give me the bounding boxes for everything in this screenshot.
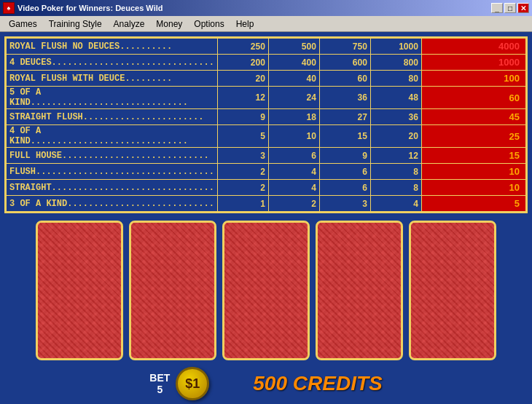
- pay-value-1-3: 800: [370, 55, 421, 71]
- card-5[interactable]: [409, 221, 496, 360]
- menu-analyze[interactable]: Analyze: [108, 17, 151, 31]
- pay-value-7-1: 4: [268, 164, 319, 180]
- app-icon: ♠: [3, 2, 15, 14]
- menu-options[interactable]: Options: [188, 17, 230, 31]
- menu-help[interactable]: Help: [230, 17, 260, 31]
- pay-value-6-3: 12: [370, 148, 421, 164]
- hand-name-6: FULL HOUSE............................: [7, 148, 218, 164]
- hand-name-7: FLUSH..................................: [7, 164, 218, 180]
- bet-container: BET 5: [149, 372, 170, 395]
- pay-highlight-2: 100: [421, 71, 525, 87]
- pay-value-5-2: 15: [319, 125, 370, 148]
- pay-value-5-0: 5: [217, 125, 268, 148]
- pay-value-9-2: 3: [319, 196, 370, 212]
- game-area: ROYAL FLUSH NO DEUCES..........250500750…: [0, 32, 532, 404]
- pay-value-9-1: 2: [268, 196, 319, 212]
- card-3-pattern: [224, 223, 308, 358]
- bottom-bar: BET 5 $1 500 CREDITS: [4, 368, 528, 400]
- pay-highlight-5: 25: [421, 125, 525, 148]
- title-bar: ♠ Video Poker for Winners: Deuces Wild _…: [0, 0, 532, 16]
- pay-highlight-7: 10: [421, 164, 525, 180]
- pay-value-3-3: 48: [370, 87, 421, 109]
- menu-games[interactable]: Games: [3, 17, 43, 31]
- pay-value-8-3: 8: [370, 180, 421, 196]
- pay-value-9-3: 4: [370, 196, 421, 212]
- card-2-pattern: [131, 223, 214, 358]
- pay-highlight-4: 45: [421, 109, 525, 125]
- hand-name-0: ROYAL FLUSH NO DEUCES..........: [7, 39, 218, 55]
- card-1[interactable]: [36, 221, 123, 360]
- pay-value-7-2: 6: [319, 164, 370, 180]
- card-4[interactable]: [316, 221, 403, 360]
- minimize-button[interactable]: _: [491, 3, 503, 13]
- card-5-pattern: [411, 223, 494, 358]
- pay-value-4-3: 36: [370, 109, 421, 125]
- maximize-button[interactable]: □: [504, 3, 516, 13]
- pay-value-5-1: 10: [268, 125, 319, 148]
- pay-value-8-0: 2: [217, 180, 268, 196]
- pay-value-2-3: 80: [370, 71, 421, 87]
- pay-value-0-0: 250: [217, 39, 268, 55]
- card-4-pattern: [318, 223, 401, 358]
- card-2[interactable]: [129, 221, 216, 360]
- pay-value-2-1: 40: [268, 71, 319, 87]
- hand-name-3: 5 OF A KIND.............................…: [7, 87, 218, 109]
- pay-value-8-1: 4: [268, 180, 319, 196]
- dollar-button[interactable]: $1: [176, 367, 209, 400]
- hand-name-9: 3 OF A KIND............................: [7, 196, 218, 212]
- pay-value-9-0: 1: [217, 196, 268, 212]
- pay-value-6-2: 9: [319, 148, 370, 164]
- pay-value-4-2: 27: [319, 109, 370, 125]
- close-button[interactable]: ✕: [517, 3, 529, 13]
- card-1-pattern: [38, 223, 121, 358]
- pay-value-5-3: 20: [370, 125, 421, 148]
- cards-area: [4, 218, 528, 363]
- pay-value-0-1: 500: [268, 39, 319, 55]
- pay-value-2-0: 20: [217, 71, 268, 87]
- pay-highlight-8: 10: [421, 180, 525, 196]
- pay-table: ROYAL FLUSH NO DEUCES..........250500750…: [4, 36, 528, 213]
- pay-value-6-0: 3: [217, 148, 268, 164]
- hand-name-4: STRAIGHT FLUSH.......................: [7, 109, 218, 125]
- menu-training-style[interactable]: Training Style: [43, 17, 108, 31]
- pay-highlight-6: 15: [421, 148, 525, 164]
- pay-value-3-0: 12: [217, 87, 268, 109]
- pay-highlight-3: 60: [421, 87, 525, 109]
- pay-value-6-1: 6: [268, 148, 319, 164]
- hand-name-2: ROYAL FLUSH WITH DEUCE.........: [7, 71, 218, 87]
- pay-value-7-0: 2: [217, 164, 268, 180]
- pay-highlight-1: 1000: [421, 55, 525, 71]
- pay-value-4-0: 9: [217, 109, 268, 125]
- window-controls: _ □ ✕: [491, 3, 529, 13]
- pay-value-3-1: 24: [268, 87, 319, 109]
- menu-bar: Games Training Style Analyze Money Optio…: [0, 16, 532, 32]
- pay-value-1-2: 600: [319, 55, 370, 71]
- bet-label: BET: [149, 372, 170, 384]
- pay-value-2-2: 60: [319, 71, 370, 87]
- hand-name-1: 4 DEUCES...............................: [7, 55, 218, 71]
- card-3[interactable]: [222, 221, 310, 360]
- pay-value-7-3: 8: [370, 164, 421, 180]
- credits-label: 500 CREDITS: [253, 372, 382, 395]
- pay-value-4-1: 18: [268, 109, 319, 125]
- pay-value-3-2: 36: [319, 87, 370, 109]
- menu-money[interactable]: Money: [150, 17, 188, 31]
- pay-highlight-0: 4000: [421, 39, 525, 55]
- hand-name-8: STRAIGHT...............................: [7, 180, 218, 196]
- hand-name-5: 4 OF A KIND.............................…: [7, 125, 218, 148]
- title-text: Video Poker for Winners: Deuces Wild: [17, 4, 163, 12]
- pay-value-8-2: 6: [319, 180, 370, 196]
- pay-value-0-2: 750: [319, 39, 370, 55]
- pay-highlight-9: 5: [421, 196, 525, 212]
- pay-value-1-1: 400: [268, 55, 319, 71]
- bet-value: 5: [157, 384, 163, 395]
- pay-value-1-0: 200: [217, 55, 268, 71]
- pay-value-0-3: 1000: [370, 39, 421, 55]
